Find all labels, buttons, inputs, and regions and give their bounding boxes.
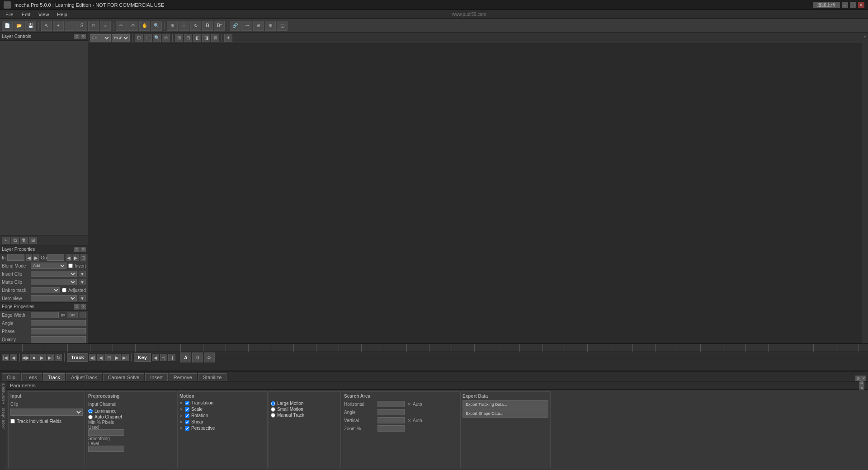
tl-play-fwd[interactable]: ▶ [38, 354, 46, 361]
minimize-button[interactable]: ─ [842, 2, 848, 8]
menu-edit[interactable]: Edit [18, 11, 34, 18]
viewport-canvas[interactable] [88, 43, 862, 343]
tool-spline[interactable]: 〜 [241, 21, 252, 31]
tab-stabilize[interactable]: Stabilize [198, 373, 227, 381]
tool-scale[interactable]: ↔ [179, 21, 189, 31]
tl-key-remove[interactable]: -| [168, 354, 175, 361]
tool-select[interactable]: ↖ [41, 21, 52, 31]
tool-transform[interactable]: ⊞ [167, 21, 178, 31]
manual-track-radio[interactable] [271, 413, 275, 418]
layer-controls-close[interactable]: ✕ [80, 34, 86, 39]
tool-rotate[interactable]: ↻ [190, 21, 201, 31]
key-button[interactable]: Key [134, 353, 151, 362]
edge-props-close[interactable]: ✕ [80, 304, 86, 310]
hero-view-select[interactable] [31, 295, 77, 301]
vp-btn8[interactable]: ◨ [202, 34, 210, 42]
vp-btn6[interactable]: ⊟ [184, 34, 192, 42]
menu-file[interactable]: File [2, 11, 17, 18]
track-button[interactable]: Track [67, 353, 88, 362]
tl-play-back[interactable]: ◀▶ [22, 354, 29, 361]
maximize-button[interactable]: □ [850, 2, 856, 8]
tool-cross[interactable]: ⊕ [253, 21, 264, 31]
translation-checkbox[interactable] [185, 401, 189, 405]
dope-sheet-label[interactable]: Dope Sheet [0, 406, 6, 432]
tool-grid[interactable]: ⊞ [265, 21, 276, 31]
view-select[interactable]: RGB [112, 34, 130, 42]
tl-key-prev[interactable]: ◀ [152, 354, 159, 361]
tool-bold2[interactable]: B* [214, 21, 225, 31]
insert-clip-btn[interactable]: ▼ [79, 271, 86, 277]
in-btn2[interactable]: ▶ [33, 254, 39, 261]
vp-btn2[interactable]: □ [144, 34, 152, 42]
tl-step-back[interactable]: ◀ [10, 354, 17, 361]
export-tracking-btn[interactable]: Export Tracking Data... [462, 400, 548, 409]
tl-settings[interactable]: ⚙ [204, 352, 215, 362]
track-fields-checkbox[interactable] [10, 419, 15, 423]
layer-add[interactable]: + [2, 237, 10, 244]
menu-view[interactable]: View [35, 11, 53, 18]
large-motion-radio[interactable] [271, 401, 275, 406]
layer-props-close[interactable]: ✕ [80, 247, 86, 252]
tl-0-btn[interactable]: 0 [192, 352, 203, 362]
vp-btn7[interactable]: ◧ [193, 34, 201, 42]
min-pixels-input[interactable] [88, 429, 124, 436]
out-btn3[interactable]: ⊡ [80, 254, 86, 261]
params-float[interactable]: ⊡ [855, 376, 861, 381]
invert-checkbox[interactable] [68, 263, 73, 268]
out-btn1[interactable]: ◀ [66, 254, 71, 261]
vp-btn1[interactable]: ⊡ [135, 34, 143, 42]
tab-camera-solve[interactable]: Camera Solve [103, 373, 145, 381]
tl-track-prev[interactable]: ◀ [97, 354, 104, 361]
new-button[interactable]: 📄 [2, 21, 13, 31]
params-expand-btn[interactable]: ⊡ [859, 381, 864, 385]
scale-checkbox[interactable] [185, 407, 189, 412]
params-close[interactable]: ✕ [861, 376, 866, 381]
blend-mode-select[interactable]: Add [31, 263, 66, 269]
save-button[interactable]: 💾 [25, 21, 36, 31]
rotation-checkbox[interactable] [185, 414, 189, 418]
angle-input[interactable] [377, 409, 405, 415]
edge-quality-input[interactable] [31, 336, 86, 343]
layer-copy[interactable]: ⧉ [11, 237, 19, 244]
matte-clip-btn[interactable]: ▼ [79, 279, 86, 285]
tool-bold[interactable]: B [202, 21, 213, 31]
menu-help[interactable]: Help [53, 11, 71, 18]
vp-btn9[interactable]: ⊠ [211, 34, 219, 42]
tab-lens[interactable]: Lens [21, 373, 42, 381]
close-button[interactable]: ✕ [858, 2, 864, 8]
vp-btn5[interactable]: ⊞ [175, 34, 183, 42]
timeline-ruler[interactable] [0, 344, 868, 352]
smoothing-input[interactable] [88, 446, 124, 452]
layer-expand[interactable]: ⊞ [29, 237, 37, 244]
hero-view-btn[interactable]: ▼ [79, 295, 86, 301]
edge-phase-input[interactable] [31, 328, 86, 334]
export-shape-btn[interactable]: Export Shape Data... [462, 409, 548, 418]
insert-clip-select[interactable] [31, 271, 77, 277]
vp-btn3[interactable]: 🔍 [153, 34, 161, 42]
matte-clip-select[interactable] [31, 279, 77, 285]
tool-add-point[interactable]: + [53, 21, 64, 31]
tool-rect[interactable]: □ [88, 21, 99, 31]
tab-insert[interactable]: Insert [145, 373, 168, 381]
luminance-radio[interactable] [88, 409, 93, 414]
shear-checkbox[interactable] [185, 420, 189, 424]
tl-a-btn[interactable]: A [180, 352, 191, 362]
clip-select[interactable] [10, 409, 83, 416]
tl-stop[interactable]: ■ [30, 354, 38, 361]
edge-set-btn[interactable]: Set [67, 312, 78, 318]
tl-track-fwd[interactable]: ▶ [113, 354, 121, 361]
tab-adjust-track[interactable]: AdjustTrack [66, 373, 102, 381]
tool-remove-point[interactable]: - [65, 21, 75, 31]
in-btn1[interactable]: ◀ [26, 254, 32, 261]
tool-smooth[interactable]: S [76, 21, 87, 31]
adjusted-checkbox[interactable] [62, 288, 66, 292]
tl-track-back[interactable]: ◀| [89, 354, 96, 361]
layer-props-float[interactable]: ⊡ [74, 247, 80, 252]
out-field[interactable] [47, 254, 64, 261]
tab-clip[interactable]: Clip [2, 373, 20, 381]
vp-btn4[interactable]: ⊕ [162, 34, 170, 42]
tool-corner[interactable]: ◱ [277, 21, 288, 31]
edge-props-float[interactable]: ⊡ [74, 304, 80, 310]
small-motion-radio[interactable] [271, 407, 275, 412]
link-to-track-select[interactable] [31, 287, 60, 293]
